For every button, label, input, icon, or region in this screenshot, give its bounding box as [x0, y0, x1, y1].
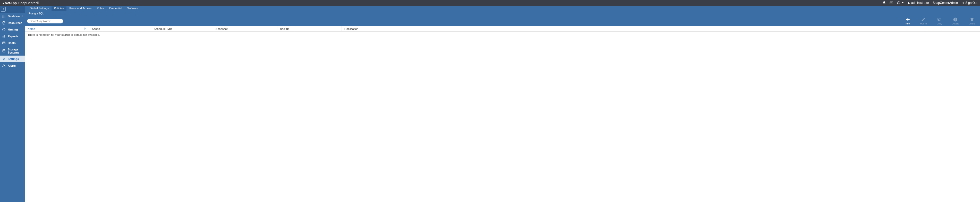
svg-point-18 [3, 42, 3, 42]
sidebar-item-hosts[interactable]: Hosts [0, 40, 25, 46]
tab-users-and-access[interactable]: Users and Access [67, 6, 94, 11]
copy-icon [937, 17, 942, 22]
chevron-down-icon [902, 2, 904, 3]
tab-credential[interactable]: Credential [107, 6, 125, 11]
top-header: NetApp SnapCenter® administrator SnapCen… [0, 0, 980, 6]
column-replication[interactable]: Replication [342, 26, 980, 32]
sidebar: Dashboard Resources Monitor Reports Host… [0, 6, 25, 202]
sidebar-item-label: Alerts [8, 64, 16, 67]
svg-rect-9 [3, 17, 3, 17]
help-menu[interactable] [897, 1, 904, 5]
svg-rect-11 [5, 17, 5, 17]
sidebar-item-label: Dashboard [8, 15, 22, 18]
sidebar-item-label: Monitor [8, 28, 18, 31]
reports-icon [2, 35, 6, 38]
settings-icon [2, 57, 6, 61]
sidebar-item-label: Settings [8, 57, 19, 60]
user-label: administrator [911, 1, 929, 5]
svg-rect-31 [955, 19, 956, 21]
sidebar-item-label: Reports [8, 35, 19, 38]
grid-icon [2, 14, 6, 18]
signout-label: Sign Out [965, 1, 977, 5]
svg-rect-29 [938, 18, 940, 20]
brand-product: SnapCenter® [18, 1, 39, 5]
tab-bar: Global Settings Policies Users and Acces… [25, 6, 980, 11]
sidebar-item-label: Hosts [8, 41, 16, 45]
breadcrumb-bar: PostgreSQL [25, 11, 980, 16]
hosts-icon [2, 41, 6, 45]
svg-rect-15 [5, 35, 5, 37]
tab-global-settings[interactable]: Global Settings [27, 6, 51, 11]
svg-rect-13 [3, 36, 3, 38]
svg-point-20 [3, 49, 5, 51]
collapse-sidebar-button[interactable] [1, 7, 6, 11]
mail-icon[interactable] [889, 1, 893, 5]
table-header: Name Scope Schedule Type Snapshot Backup… [25, 26, 980, 32]
sidebar-item-monitor[interactable]: Monitor [0, 26, 25, 33]
svg-rect-3 [3, 15, 3, 16]
brand: NetApp SnapCenter® [3, 1, 39, 5]
tenant-link[interactable]: SnapCenterAdmin [932, 1, 958, 5]
svg-rect-24 [3, 65, 4, 66]
tab-roles[interactable]: Roles [94, 6, 107, 11]
svg-rect-10 [3, 17, 4, 17]
monitor-icon [2, 28, 6, 32]
modify-button: Modify [920, 17, 927, 25]
plus-icon [905, 17, 910, 22]
svg-rect-7 [3, 16, 4, 16]
bell-icon[interactable] [882, 1, 886, 5]
toolbar-label: New [905, 22, 910, 25]
svg-point-32 [955, 18, 956, 19]
main-content: Global Settings Policies Users and Acces… [25, 6, 980, 202]
tab-policies[interactable]: Policies [51, 6, 67, 11]
shield-icon [2, 21, 6, 25]
svg-point-23 [3, 59, 4, 60]
details-button: Details [952, 17, 959, 25]
column-snapshot[interactable]: Snapshot [213, 26, 277, 32]
alert-icon [2, 64, 6, 67]
sidebar-item-settings[interactable]: Settings [0, 56, 25, 62]
toolbar-label: Copy [937, 22, 942, 25]
sidebar-item-label: Storage Systems [8, 48, 23, 54]
svg-point-22 [4, 59, 5, 59]
copy-button: Copy [937, 17, 942, 25]
breadcrumb[interactable]: PostgreSQL [27, 11, 46, 16]
trash-icon [970, 17, 974, 22]
tab-software[interactable]: Software [125, 6, 141, 11]
signout-button[interactable]: Sign Out [961, 1, 977, 5]
svg-rect-5 [5, 15, 5, 16]
sort-asc-icon [84, 27, 86, 30]
sidebar-item-reports[interactable]: Reports [0, 33, 25, 40]
column-scope[interactable]: Scope [89, 26, 151, 32]
toolbar-label: Modify [920, 22, 927, 25]
svg-rect-27 [906, 19, 910, 20]
svg-rect-16 [3, 42, 5, 43]
column-label: Name [27, 27, 35, 30]
info-icon [953, 17, 958, 22]
search-container [27, 19, 63, 24]
sidebar-item-dashboard[interactable]: Dashboard [0, 13, 25, 19]
column-name[interactable]: Name [25, 26, 89, 32]
svg-rect-6 [3, 16, 3, 16]
delete-button: Delete [969, 17, 975, 25]
toolbar-label: Details [952, 22, 959, 25]
column-backup[interactable]: Backup [277, 26, 342, 32]
search-input[interactable] [30, 19, 60, 23]
svg-point-21 [3, 58, 3, 58]
sidebar-item-label: Resources [8, 21, 22, 24]
new-button[interactable]: New [905, 17, 910, 25]
sidebar-item-resources[interactable]: Resources [0, 19, 25, 26]
brand-company: NetApp [3, 1, 17, 5]
sidebar-item-alerts[interactable]: Alerts [0, 62, 25, 69]
storage-icon [2, 49, 6, 53]
column-schedule-type[interactable]: Schedule Type [151, 26, 213, 32]
user-menu[interactable]: administrator [907, 1, 929, 5]
svg-point-2 [908, 2, 909, 3]
svg-rect-14 [3, 36, 4, 38]
toolbar-label: Delete [969, 22, 975, 25]
svg-rect-28 [939, 19, 941, 21]
sidebar-item-storage-systems[interactable]: Storage Systems [0, 46, 25, 56]
toolbar: New Modify Copy Details Delete [25, 16, 980, 26]
empty-state-message: There is no match for your search or dat… [25, 32, 980, 38]
svg-rect-8 [5, 16, 5, 16]
